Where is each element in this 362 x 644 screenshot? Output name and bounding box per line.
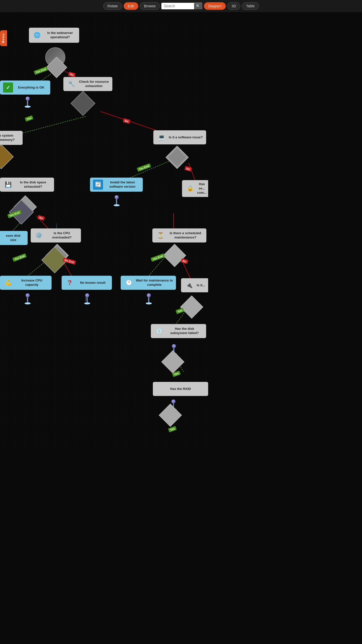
- no-known-result-node[interactable]: ? No known result: [62, 276, 112, 290]
- system-memory-node[interactable]: e systemf memory?: [0, 131, 23, 145]
- everything-ok-label: Everything is OK: [15, 86, 47, 90]
- question-icon: ?: [65, 278, 75, 288]
- software-diamond[interactable]: [166, 146, 189, 169]
- diagram-canvas: Yes End No Yes No Yes End No Yes End No …: [0, 12, 208, 452]
- laptop-icon: 💻: [156, 132, 166, 142]
- has-raid-label: Has the RAID: [156, 387, 205, 391]
- plugin-diamond[interactable]: [180, 296, 203, 319]
- install-latest-node[interactable]: 🔄 Install the latest software version: [90, 178, 143, 192]
- check-resource-node[interactable]: 🔧 Check for resource exhaustion: [63, 77, 112, 91]
- no-known-result-label: No known result: [77, 281, 109, 285]
- increase-cpu-node[interactable]: 💪 Increase CPU capacity: [0, 276, 52, 290]
- diagram-button[interactable]: Diagram: [204, 2, 208, 10]
- connector-install-latest: [114, 195, 120, 206]
- no-label-2: No: [123, 118, 130, 124]
- memory-diamond-img: [0, 144, 14, 169]
- is-it-label: Is it...: [196, 283, 206, 288]
- toolbar: Rotate Edit Browse 🔍 Diagram 3D Table: [0, 0, 208, 12]
- yes-label-9: Yes: [168, 426, 177, 432]
- muscle-icon: 💪: [3, 278, 13, 288]
- yes-label-7: Yes: [175, 308, 184, 314]
- wait-maintenance-node[interactable]: 🕐 Wait for maintenance to complete: [121, 276, 176, 290]
- yes-end-label-6: Yes End: [151, 253, 165, 262]
- svg-line-5: [14, 116, 85, 135]
- disk-icon: 💿: [154, 326, 164, 336]
- lock-icon: 🔒: [185, 183, 195, 193]
- scheduled-maintenance-node[interactable]: ⏳ Is there a scheduled maintenance?: [152, 228, 206, 243]
- scheduled-maintenance-label: Is there a scheduled maintenance?: [167, 231, 203, 240]
- refresh-icon: 🔄: [93, 180, 103, 190]
- yes-end-label-1: Yes End: [34, 66, 48, 75]
- increase-disk-node[interactable]: ease disksize: [0, 231, 28, 245]
- has-security-label: Hasse...com...: [197, 182, 207, 195]
- connector-no-known: [84, 293, 90, 304]
- software-issue-node[interactable]: 💻 Is it a software issue?: [153, 130, 206, 144]
- cpu-overloaded-node[interactable]: ⚙️ Is the CPU overloaded?: [31, 228, 81, 243]
- is-it-node[interactable]: 🔌 Is it...: [181, 278, 208, 292]
- gear-icon: ⚙️: [34, 230, 44, 240]
- sched-maint-diamond[interactable]: [163, 244, 186, 267]
- check-resource-label: Check for resource exhaustion: [78, 80, 109, 88]
- wrench-icon: 🔧: [66, 79, 76, 89]
- everything-ok-node[interactable]: ✓ Everything is OK: [0, 80, 50, 95]
- yes-end-label-3: Yes End: [137, 163, 151, 172]
- no-end-label-5: No End: [63, 258, 76, 265]
- no-label-3: No: [184, 166, 192, 172]
- connector-wait-maint: [146, 293, 152, 304]
- disk-space-node[interactable]: 💾 Is the disk space exhausted?: [0, 178, 54, 192]
- yes-end-label-5: Yes End: [12, 253, 27, 262]
- disk-subsystem-label: Has the disk subsystem failed?: [166, 327, 203, 335]
- system-memory-label: e systemf memory?: [0, 134, 20, 142]
- search-box: 🔍: [161, 3, 202, 9]
- rotate-button[interactable]: Rotate: [103, 2, 122, 10]
- edit-button[interactable]: Edit: [124, 2, 138, 10]
- raid-diamond[interactable]: [159, 404, 182, 427]
- cpu-overloaded-label: Is the CPU overloaded?: [46, 231, 78, 240]
- no-label-1: No: [68, 72, 75, 77]
- increase-disk-label: ease disksize: [2, 234, 25, 242]
- wait-maintenance-label: Wait for maintenance to complete: [136, 278, 173, 287]
- search-button[interactable]: 🔍: [194, 3, 202, 9]
- has-raid-node[interactable]: Has the RAID: [153, 382, 208, 396]
- no-label-4: No: [37, 215, 45, 221]
- disk-space-label: Is the disk space exhausted?: [15, 180, 51, 189]
- webserver-question-node[interactable]: 🌐 Is the webserver operational?: [29, 28, 79, 43]
- checkmark-icon: ✓: [3, 83, 13, 93]
- plug-icon: 🔌: [184, 280, 194, 290]
- floppy-disk-icon: 💾: [3, 180, 13, 190]
- has-security-node[interactable]: 🔒 Hasse...com...: [182, 180, 208, 197]
- webserver-question-label: Is the webserver operational?: [44, 31, 76, 39]
- yes-label-2: Yes: [25, 115, 33, 122]
- increase-cpu-label: Increase CPU capacity: [15, 278, 49, 287]
- disk-sub-diamond[interactable]: [161, 350, 185, 374]
- no-label-6: No: [180, 258, 188, 264]
- side-menu[interactable]: Menu: [0, 30, 7, 46]
- clock-icon: 🕐: [124, 278, 134, 288]
- globe-icon: 🌐: [32, 30, 42, 40]
- resource-diamond-img: [71, 91, 96, 116]
- search-input[interactable]: [161, 3, 194, 9]
- install-latest-label: Install the latest software version: [105, 180, 140, 189]
- browse-button[interactable]: Browse: [140, 2, 160, 10]
- software-issue-label: Is it a software issue?: [168, 135, 203, 140]
- hourglass-icon: ⏳: [155, 230, 165, 240]
- disk-subsystem-node[interactable]: 💿 Has the disk subsystem failed?: [151, 324, 206, 338]
- connector-everything-ok: [25, 97, 31, 108]
- connector-increase-cpu: [25, 293, 31, 304]
